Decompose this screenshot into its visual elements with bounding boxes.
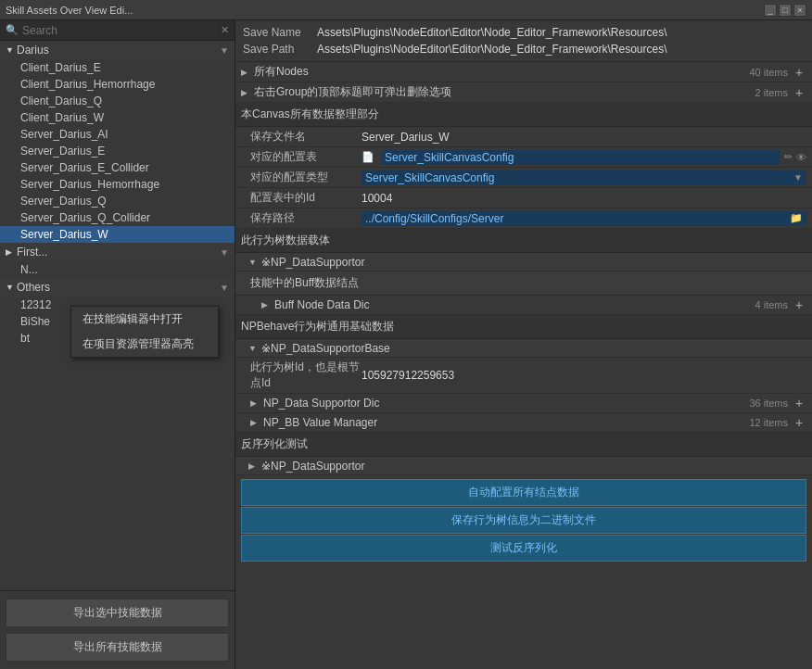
minimize-button[interactable]: _ xyxy=(764,4,777,17)
all-nodes-count: 40 items xyxy=(749,67,788,78)
all-nodes-add-button[interactable]: + xyxy=(792,65,806,80)
right-panel: Save Name Assets\Plugins\NodeEditor\Edit… xyxy=(235,20,812,669)
deserialize-np-supportor-row: ▶ ※NP_DataSupportor xyxy=(235,457,812,475)
npbehave-title: NPBehave行为树通用基础数据 xyxy=(235,315,812,339)
np-supportor-base-arrow-icon: ▼ xyxy=(248,344,261,353)
list-item[interactable]: Client_Darius_Hemorrhage xyxy=(0,76,235,93)
np-supportor-arrow-icon: ▼ xyxy=(248,258,261,267)
save-path-field-label: 保存路径 xyxy=(250,210,362,226)
buff-node-add-button[interactable]: + xyxy=(792,297,806,312)
actions-area: 自动配置所有结点数据 保存行为树信息为二进制文件 测试反序列化 xyxy=(235,475,812,566)
list-item[interactable]: Server_Darius_Q_Collider xyxy=(0,209,235,226)
list-item[interactable]: Server_Darius_AI xyxy=(0,126,235,143)
np-bb-label: NP_BB Value Manager xyxy=(263,416,749,429)
others-group-label: Others xyxy=(17,281,50,294)
np-dic-add-button[interactable]: + xyxy=(792,396,806,410)
list-item[interactable]: N... xyxy=(0,261,235,278)
config-type-dropdown[interactable]: Server_SkillCanvasConfig ▼ xyxy=(362,170,806,185)
save-name-value: Assets\Plugins\NodeEditor\Editor\Node_Ed… xyxy=(317,26,667,39)
config-id-label: 配置表中的Id xyxy=(250,190,362,206)
np-bb-count: 12 items xyxy=(749,417,788,428)
list-item[interactable]: Server_Darius_E xyxy=(0,143,235,159)
config-type-row: 对应的配置类型 Server_SkillCanvasConfig ▼ xyxy=(235,168,812,188)
buff-node-dic-row: ▶ Buff Node Data Dic 4 items + xyxy=(235,296,812,315)
save-binary-button[interactable]: 保存行为树信息为二进制文件 xyxy=(241,507,806,534)
others-group-header[interactable]: ▼ Others ▼ xyxy=(0,278,235,297)
context-menu-item-highlight[interactable]: 在项目资源管理器高亮 xyxy=(71,332,218,357)
deserialize-np-label: ※NP_DataSupportor xyxy=(261,460,806,473)
behavior-title-text: 此行为树数据载体 xyxy=(241,234,330,246)
config-table-label: 对应的配置表 xyxy=(250,149,362,165)
buff-node-label: Buff Node Data Dic xyxy=(274,298,755,311)
folder-icon[interactable]: 📁 xyxy=(790,212,803,224)
search-clear-button[interactable]: ✕ xyxy=(221,24,229,36)
window-title: Skill Assets Over View Edi... xyxy=(6,5,133,16)
context-menu: 在技能编辑器中打开 在项目资源管理器高亮 xyxy=(70,306,219,358)
behavior-section-title: 此行为树数据载体 xyxy=(235,229,812,253)
all-nodes-row: ▶ 所有Nodes 40 items + xyxy=(235,62,812,82)
test-deserialize-button[interactable]: 测试反序列化 xyxy=(241,535,806,562)
list-item[interactable]: Client_Darius_E xyxy=(0,59,235,76)
right-click-add-button[interactable]: + xyxy=(792,85,806,100)
np-bb-add-button[interactable]: + xyxy=(792,415,806,430)
np-dic-arrow-icon: ▶ xyxy=(250,398,263,408)
save-path-field-value-area: ../Config/SkillConfigs/Server 📁 xyxy=(362,211,806,226)
list-item[interactable]: Server_Darius_Hemorrhage xyxy=(0,176,235,193)
auto-config-button[interactable]: 自动配置所有结点数据 xyxy=(241,479,806,506)
server-darius-w-item[interactable]: Server_Darius_W xyxy=(0,226,235,243)
first-arrow-icon: ▶ xyxy=(6,247,17,257)
first-expand-icon: ▼ xyxy=(220,247,229,258)
buff-node-arrow-icon: ▶ xyxy=(261,300,274,309)
darius-group-header[interactable]: ▼ Darius ▼ xyxy=(0,41,235,59)
save-path-field-value: ../Config/SkillConfigs/Server xyxy=(365,212,790,225)
darius-expand-icon: ▼ xyxy=(220,45,229,56)
export-selected-button[interactable]: 导出选中技能数据 xyxy=(6,599,229,627)
save-path-field-row: 保存路径 ../Config/SkillConfigs/Server 📁 xyxy=(235,208,812,229)
right-click-count: 2 items xyxy=(755,87,788,98)
list-item[interactable]: Client_Darius_W xyxy=(0,109,235,126)
darius-group-label: Darius xyxy=(17,44,49,57)
config-table-value-area: 📄 Server_SkillCanvasConfig ✏ 👁 xyxy=(362,150,806,165)
close-button[interactable]: × xyxy=(793,4,806,17)
save-filename-row: 保存文件名 Server_Darius_W xyxy=(235,127,812,147)
list-item[interactable]: Client_Darius_Q xyxy=(0,93,235,109)
main-layout: 🔍 ✕ ▼ Darius ▼ Client_Darius_E Client_Da… xyxy=(0,20,812,669)
np-dic-label: NP_Data Supportor Dic xyxy=(263,397,749,410)
np-data-supportor-row: ▼ ※NP_DataSupportor xyxy=(235,253,812,271)
export-all-button[interactable]: 导出所有技能数据 xyxy=(6,633,229,662)
search-input[interactable] xyxy=(22,24,221,37)
title-bar: Skill Assets Over View Edi... _ □ × xyxy=(0,0,812,20)
np-data-supportor-dic-row: ▶ NP_Data Supportor Dic 36 items + xyxy=(235,394,812,413)
maximize-button[interactable]: □ xyxy=(779,4,792,17)
config-id-value: 10004 xyxy=(362,192,806,205)
config-type-value: Server_SkillCanvasConfig xyxy=(365,171,494,184)
right-click-label: 右击Group的顶部标题即可弹出删除选项 xyxy=(254,84,755,100)
np-supportor-base-row: ▼ ※NP_DataSupportorBase xyxy=(235,339,812,358)
config-table-value[interactable]: Server_SkillCanvasConfig xyxy=(381,150,780,165)
others-arrow-icon: ▼ xyxy=(6,283,17,292)
list-item[interactable]: Server_Darius_Q xyxy=(0,193,235,209)
np-supportor-base-label: ※NP_DataSupportorBase xyxy=(261,342,806,355)
edit-icon[interactable]: ✏ xyxy=(784,151,793,163)
npbehave-title-text: NPBehave行为树通用基础数据 xyxy=(241,320,394,333)
np-bb-arrow-icon: ▶ xyxy=(250,418,263,427)
save-name-label: Save Name xyxy=(243,26,317,39)
right-content-area: ▶ 所有Nodes 40 items + ▶ 右击Group的顶部标题即可弹出删… xyxy=(235,62,812,669)
list-item[interactable]: Server_Darius_E_Collider xyxy=(0,159,235,176)
first-group-header[interactable]: ▶ First... ▼ xyxy=(0,243,235,261)
buff-node-count: 4 items xyxy=(755,299,788,310)
darius-arrow-icon: ▼ xyxy=(6,45,17,55)
canvas-title-text: 本Canvas所有数据整理部分 xyxy=(241,107,379,120)
np-supportor-label: ※NP_DataSupportor xyxy=(261,256,806,269)
config-id-row: 配置表中的Id 10004 xyxy=(235,188,812,208)
root-node-id-row: 此行为树Id，也是根节点Id 105927912259653 xyxy=(235,358,812,394)
canvas-section-title: 本Canvas所有数据整理部分 xyxy=(235,103,812,127)
root-node-id-value: 105927912259653 xyxy=(362,369,806,382)
deserialize-title-text: 反序列化测试 xyxy=(241,437,308,450)
eye-icon[interactable]: 👁 xyxy=(796,152,806,163)
buff-node-title: 技能中的Buff数据结点 xyxy=(235,271,812,296)
config-table-row: 对应的配置表 📄 Server_SkillCanvasConfig ✏ 👁 xyxy=(235,147,812,168)
deserialize-section-title: 反序列化测试 xyxy=(235,433,812,457)
context-menu-item-open-editor[interactable]: 在技能编辑器中打开 xyxy=(71,307,218,332)
top-info-area: Save Name Assets\Plugins\NodeEditor\Edit… xyxy=(235,20,812,62)
